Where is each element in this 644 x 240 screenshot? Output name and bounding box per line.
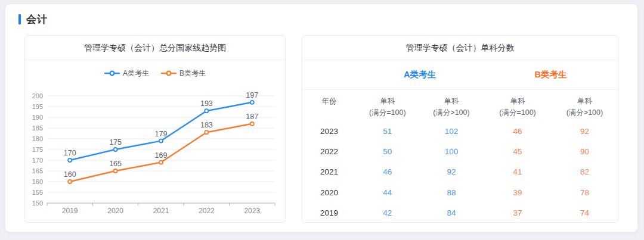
trend-line-chart: 1501551601651701751801851901952002019202… (25, 86, 285, 223)
year-cell: 2021 (302, 167, 356, 176)
score-cell: 100 (419, 147, 484, 156)
y-tick-label: 155 (32, 189, 43, 196)
table-header-row: 年份单科(满分=100)单科(满分>100)单科(满分=100)单科(满分>10… (302, 90, 618, 121)
data-point-label: 165 (109, 160, 122, 168)
data-point (205, 130, 208, 134)
data-point (250, 122, 254, 126)
score-cell: 84 (419, 208, 484, 217)
x-tick-label: 2019 (62, 207, 78, 215)
chart-legend: A类考生B类考生 (25, 60, 285, 86)
data-point-label: 179 (155, 130, 168, 138)
data-point-label: 197 (246, 91, 258, 99)
y-tick-label: 200 (32, 92, 43, 99)
column-header-3: 单科(满分=100) (484, 96, 552, 119)
score-cell: 44 (356, 188, 419, 197)
score-cell: 45 (484, 147, 552, 156)
score-cell: 51 (356, 127, 419, 136)
data-point-label: 169 (155, 151, 168, 160)
data-point-label: 175 (109, 138, 122, 147)
legend-label: B类考生 (179, 68, 206, 79)
group-header-b: B类考生 (484, 69, 618, 80)
data-point (159, 161, 163, 164)
data-point (159, 139, 163, 143)
legend-item-1[interactable]: B类考生 (161, 68, 206, 79)
column-header-0: 年份 (302, 96, 356, 107)
table-group-header-row: A类考生 B类考生 (302, 60, 618, 90)
x-tick-label: 2023 (244, 207, 260, 215)
data-point (114, 169, 117, 173)
y-tick-label: 165 (32, 167, 43, 174)
y-tick-label: 160 (32, 178, 43, 185)
content-card: 会计 管理学专硕（会计）总分国家线趋势图 A类考生B类考生 1501551601… (5, 4, 638, 232)
data-point (114, 148, 117, 151)
year-cell: 2022 (302, 147, 356, 156)
data-point (68, 158, 72, 162)
column-header-2: 单科(满分>100) (419, 96, 484, 119)
y-tick-label: 185 (32, 124, 43, 132)
x-tick-label: 2020 (107, 207, 123, 215)
score-cell: 50 (356, 147, 419, 156)
table-row: 202146924182 (302, 162, 618, 182)
score-cell: 46 (484, 127, 552, 136)
score-cell: 102 (419, 127, 484, 136)
year-cell: 2020 (302, 188, 356, 197)
y-tick-label: 175 (32, 146, 43, 153)
score-cell: 37 (484, 208, 552, 217)
x-tick-label: 2021 (153, 207, 169, 215)
legend-label: A类考生 (123, 68, 149, 79)
legend-item-0[interactable]: A类考生 (104, 68, 149, 79)
y-tick-label: 170 (32, 157, 43, 164)
score-cell: 88 (419, 188, 484, 197)
legend-line-marker-icon (104, 70, 120, 76)
data-point (68, 180, 72, 183)
year-cell: 2019 (302, 208, 356, 217)
trend-chart-panel: 管理学专硕（会计）总分国家线趋势图 A类考生B类考生 1501551601651… (24, 35, 286, 223)
score-cell: 92 (419, 167, 484, 176)
data-point (250, 101, 254, 104)
data-point (205, 109, 208, 113)
legend-line-marker-icon (161, 70, 177, 76)
data-point-label: 193 (200, 99, 213, 108)
table-row: 202044883978 (302, 182, 618, 202)
y-tick-label: 150 (32, 200, 43, 207)
table-row: 2022501004590 (302, 141, 618, 161)
section-header: 会计 (18, 13, 48, 26)
score-cell: 74 (552, 208, 618, 217)
table-body: 2023511024692202250100459020214692418220… (302, 121, 618, 223)
column-header-4: 单科(满分>100) (552, 96, 618, 119)
score-cell: 78 (552, 188, 618, 197)
score-cell: 41 (484, 167, 552, 176)
table-row: 2023511024692 (302, 121, 618, 141)
chart-panel-title: 管理学专硕（会计）总分国家线趋势图 (25, 36, 285, 60)
column-header-1: 单科(满分=100) (356, 96, 419, 119)
section-accent-bar (18, 14, 21, 24)
data-point-label: 183 (200, 121, 213, 129)
score-cell: 92 (552, 127, 618, 136)
y-tick-label: 190 (32, 114, 43, 121)
year-cell: 2023 (302, 127, 356, 136)
score-cell: 39 (484, 188, 552, 197)
y-tick-label: 180 (32, 135, 43, 142)
score-cell: 90 (552, 147, 618, 156)
score-cell: 82 (552, 167, 618, 176)
data-point-label: 187 (246, 113, 258, 121)
table-row: 201942843774 (302, 203, 618, 223)
group-header-a: A类考生 (356, 69, 484, 80)
scores-table-panel: 管理学专硕（会计）单科分数 A类考生 B类考生 年份单科(满分=100)单科(满… (302, 35, 618, 223)
score-cell: 42 (356, 208, 419, 217)
x-tick-label: 2022 (199, 207, 215, 215)
score-cell: 46 (356, 167, 419, 176)
y-tick-label: 195 (32, 103, 43, 110)
data-point-label: 160 (64, 170, 76, 179)
section-title: 会计 (26, 13, 48, 26)
data-point-label: 170 (64, 149, 76, 157)
table-panel-title: 管理学专硕（会计）单科分数 (302, 36, 618, 60)
